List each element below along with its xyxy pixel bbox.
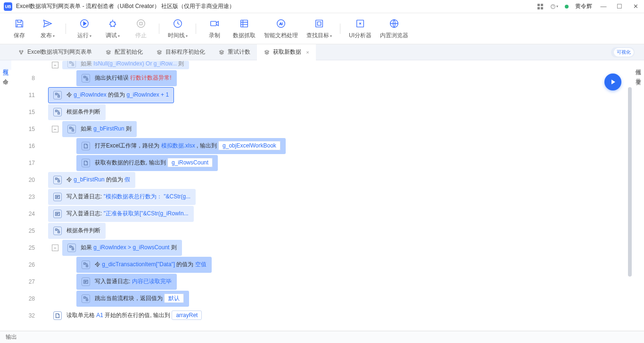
code-row[interactable]: 15−如果 g_bFirstRun 则 — [48, 121, 629, 138]
help-icon[interactable]: ?▾ — [551, 3, 558, 10]
minimize-button[interactable]: — — [599, 3, 608, 10]
run-fab-button[interactable] — [604, 74, 621, 90]
block-text: 令 g_iRowIndex 的值为 g_iRowIndex + 1 — [66, 91, 169, 99]
side-tab-var[interactable]: 变量 — [633, 70, 644, 79]
tab-2[interactable]: 目标程序初始化 — [149, 44, 212, 60]
flow-icon — [67, 61, 76, 68]
tab-1[interactable]: 配置初始化 — [99, 44, 149, 60]
vertical-scrollbar[interactable] — [628, 60, 632, 331]
code-block[interactable]: 令 g_dicTransactionItem["Data"] 的值为 空值 — [76, 257, 212, 273]
debug-button[interactable]: 调试▾ — [103, 18, 123, 40]
code-row[interactable]: 24写入普通日志: "正准备获取第["&CStr(g_iRowIn... — [48, 205, 629, 222]
tab-4[interactable]: 获取新数据× — [257, 44, 315, 60]
visual-toggle[interactable]: 可视化 — [611, 47, 635, 57]
svg-rect-30 — [72, 129, 74, 131]
svg-rect-35 — [56, 229, 57, 230]
line-number: 15 — [11, 104, 40, 121]
svg-rect-40 — [86, 265, 88, 266]
run-button[interactable]: 运行▾ — [74, 18, 94, 40]
code-row[interactable]: 23写入普通日志: "模拟数据表总行数为： "&CStr(g... — [48, 188, 629, 205]
data-scrape-button[interactable]: 数据抓取 — [233, 18, 256, 40]
code-row[interactable]: 27写入普通日志: 内容已读取完毕 — [48, 273, 629, 290]
side-tab-prop[interactable]: 属性 — [633, 60, 644, 70]
code-block[interactable]: 根据条件判断 — [48, 104, 106, 120]
code-block[interactable]: 打开Excel工作簿，路径为 模拟数据.xlsx , 输出到 g_objExce… — [76, 138, 286, 154]
line-number: 26 — [11, 256, 40, 273]
find-target-button[interactable]: 查找目标▾ — [306, 18, 332, 40]
fold-toggle-icon[interactable]: − — [52, 126, 58, 132]
app-grid-icon[interactable] — [537, 3, 544, 10]
code-block[interactable]: 令 g_bFirstRun 的值为 假 — [48, 172, 135, 188]
save-button[interactable]: 保存 — [9, 18, 29, 40]
close-button[interactable]: ✕ — [631, 3, 640, 10]
code-block[interactable]: 如果 IsNull(g_iRowIndex) Or g_iRow... 则 — [62, 61, 189, 69]
line-number: 17 — [11, 155, 40, 172]
code-block[interactable]: 写入普通日志: "正准备获取第["&CStr(g_iRowIn... — [48, 206, 194, 222]
log-icon — [53, 193, 62, 201]
code-row[interactable]: 16打开Excel工作簿，路径为 模拟数据.xlsx , 输出到 g_objEx… — [48, 138, 629, 155]
code-row[interactable]: 8抛出执行错误 行数计数器异常! — [48, 70, 629, 87]
code-block[interactable]: 抛出执行错误 行数计数器异常! — [76, 70, 177, 86]
username-label[interactable]: 黄令辉 — [575, 2, 592, 10]
svg-rect-43 — [86, 299, 88, 300]
code-row[interactable]: 15根据条件判断 — [48, 104, 629, 121]
code-row[interactable]: 20令 g_bFirstRun 的值为 假 — [48, 172, 629, 188]
code-block[interactable]: 获取有数据的行总数, 输出到 g_iRowsCount — [76, 155, 218, 171]
builtin-browser-button[interactable]: 内置浏览器 — [380, 18, 408, 40]
fold-toggle-icon[interactable]: − — [52, 245, 58, 251]
code-block[interactable]: 令 g_iRowIndex 的值为 g_iRowIndex + 1 — [48, 87, 174, 103]
code-block[interactable]: 读取单元格 A1 开始的所在行的值, 输出到 arrayRet — [48, 308, 207, 324]
title-bar: UB Excel数据填写到网页表单 - 流程创造者（UiBot Creator）… — [0, 0, 644, 13]
output-label[interactable]: 输出 — [6, 333, 17, 341]
ui-analyzer-button[interactable]: UI分析器 — [349, 18, 372, 40]
code-row[interactable]: 32读取单元格 A1 开始的所在行的值, 输出到 arrayRet — [48, 307, 629, 324]
flow-icon — [82, 74, 90, 82]
line-number: 28 — [11, 290, 40, 307]
code-row[interactable]: 25−如果 g_iRowIndex > g_iRowsCount 则 — [48, 239, 629, 256]
tab-label: 获取新数据 — [273, 48, 301, 56]
side-tab-flow[interactable]: 流程 — [0, 60, 11, 70]
svg-rect-36 — [58, 231, 59, 232]
code-block[interactable]: 写入普通日志: 内容已读取完毕 — [76, 274, 177, 290]
timeline-button[interactable]: 时间线▾ — [168, 18, 188, 40]
line-number: 24 — [11, 205, 40, 222]
fold-toggle-icon[interactable]: − — [52, 62, 58, 68]
code-row[interactable]: −如果 IsNull(g_iRowIndex) Or g_iRow... 则 — [48, 60, 629, 70]
svg-rect-42 — [84, 296, 85, 298]
svg-rect-29 — [70, 127, 71, 128]
flow-icon — [53, 108, 62, 116]
tab-close-icon[interactable]: × — [306, 49, 309, 55]
publish-button[interactable]: 发布▾ — [38, 18, 58, 40]
code-row[interactable]: 28跳出当前流程块，返回值为 默认 — [48, 290, 629, 307]
maximize-button[interactable]: ☐ — [615, 3, 624, 10]
tab-3[interactable]: 重试计数 — [212, 44, 257, 60]
svg-rect-28 — [58, 112, 59, 114]
svg-rect-9 — [140, 22, 142, 25]
stack-icon — [18, 49, 25, 56]
code-block[interactable]: 如果 g_bFirstRun 则 — [62, 121, 137, 137]
editor-tabs: Excel数据填写到网页表单配置初始化目标程序初始化重试计数获取新数据× 可视化 — [0, 44, 644, 60]
code-block[interactable]: 跳出当前流程块，返回值为 默认 — [76, 291, 189, 307]
block-text: 打开Excel工作簿，路径为 模拟数据.xlsx , 输出到 g_objExce… — [95, 142, 281, 150]
flow-icon — [53, 227, 62, 235]
svg-rect-2 — [537, 7, 540, 9]
side-tab-cmd[interactable]: 命令 — [0, 70, 11, 79]
block-text: 跳出当前流程块，返回值为 默认 — [95, 294, 184, 302]
code-row[interactable]: 25根据条件判断 — [48, 222, 629, 239]
code-row[interactable]: 11令 g_iRowIndex 的值为 g_iRowIndex + 1 — [48, 87, 629, 104]
log-icon — [53, 210, 62, 218]
svg-rect-27 — [56, 110, 57, 111]
code-row[interactable]: 26令 g_dicTransactionItem["Data"] 的值为 空值 — [48, 256, 629, 273]
tab-0[interactable]: Excel数据填写到网页表单 — [11, 44, 99, 60]
stack-icon — [156, 49, 163, 56]
svg-rect-41 — [84, 280, 88, 283]
record-button[interactable]: 录制 — [205, 18, 224, 40]
right-sidebar: 属性 变量 — [633, 60, 644, 79]
block-text: 写入普通日志: "模拟数据表总行数为： "&CStr(g... — [66, 193, 190, 201]
code-block[interactable]: 根据条件判断 — [48, 223, 106, 239]
code-editor[interactable]: −如果 IsNull(g_iRowIndex) Or g_iRow... 则8抛… — [11, 60, 633, 331]
code-block[interactable]: 如果 g_iRowIndex > g_iRowsCount 则 — [62, 240, 182, 256]
code-row[interactable]: 17获取有数据的行总数, 输出到 g_iRowsCount — [48, 155, 629, 172]
code-block[interactable]: 写入普通日志: "模拟数据表总行数为： "&CStr(g... — [48, 189, 196, 205]
smart-doc-button[interactable]: AI智能文档处理 — [264, 18, 298, 40]
